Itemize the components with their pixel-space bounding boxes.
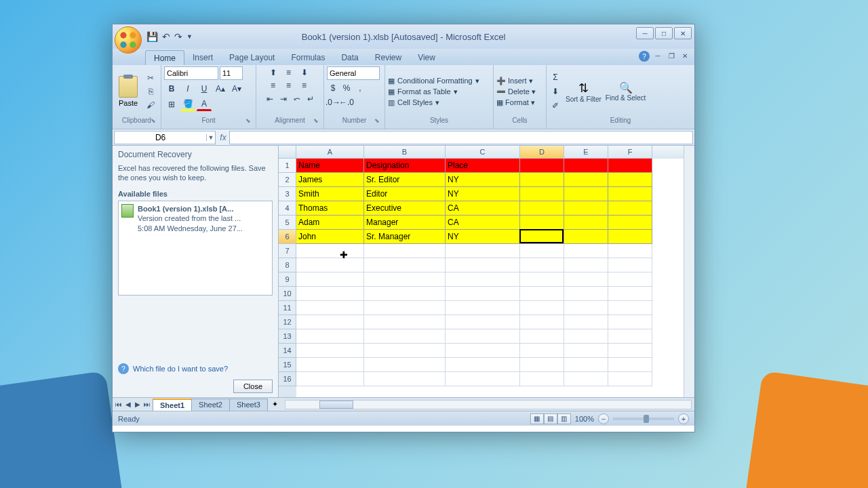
cell[interactable] (608, 358, 652, 372)
autosum-button[interactable]: Σ (549, 71, 561, 83)
tab-page-layout[interactable]: Page Layout (221, 50, 283, 65)
cell[interactable] (296, 244, 364, 258)
cell[interactable] (446, 244, 520, 258)
format-cells-button[interactable]: ▦ Format ▾ (496, 98, 536, 107)
zoom-level[interactable]: 100% (575, 415, 594, 423)
shrink-font-button[interactable]: A▾ (229, 82, 244, 96)
align-top-button[interactable]: ⬆ (267, 66, 279, 79)
row-header[interactable]: 4 (279, 201, 296, 216)
cell[interactable] (608, 216, 652, 230)
column-header[interactable]: C (446, 146, 520, 159)
cell[interactable]: Executive (364, 201, 446, 216)
cell[interactable] (608, 301, 652, 315)
insert-cells-button[interactable]: ➕ Insert ▾ (496, 77, 536, 85)
cell[interactable]: NY (446, 230, 520, 244)
cell[interactable] (564, 315, 608, 329)
orientation-button[interactable]: ⤺ (291, 93, 303, 105)
clear-button[interactable]: ✐ (549, 100, 561, 112)
cell[interactable] (364, 344, 446, 358)
cell[interactable]: Thomas (296, 201, 364, 216)
cell[interactable] (608, 187, 652, 201)
tab-data[interactable]: Data (333, 50, 366, 65)
page-layout-view-button[interactable]: ▤ (544, 413, 557, 424)
cell[interactable] (364, 287, 446, 301)
doc-close-icon[interactable]: ✕ (679, 51, 690, 60)
redo-icon[interactable]: ↷ (174, 31, 182, 42)
cell[interactable] (296, 372, 364, 386)
cell[interactable] (446, 329, 520, 344)
cell[interactable] (520, 201, 564, 216)
cell[interactable]: Smith (296, 187, 364, 201)
cell[interactable] (608, 173, 652, 187)
zoom-slider[interactable] (613, 418, 674, 420)
fill-button[interactable]: ⬇ (549, 85, 561, 98)
increase-indent-button[interactable]: ⇥ (277, 93, 290, 105)
cell[interactable] (446, 258, 520, 272)
minimize-button[interactable]: ─ (636, 27, 654, 39)
cell[interactable] (564, 301, 608, 315)
spreadsheet-area[interactable]: ABCDEF 12345678910111213141516 NameDesig… (279, 146, 694, 397)
cell[interactable]: Name (296, 159, 364, 173)
cell-grid[interactable]: NameDesignationPlaceJamesSr. EditorNYSmi… (296, 159, 684, 397)
fill-color-button[interactable]: 🪣 (180, 98, 195, 111)
qat-dropdown-icon[interactable]: ▼ (186, 33, 193, 40)
cell[interactable] (564, 344, 608, 358)
wrap-text-button[interactable]: ↵ (304, 93, 317, 105)
cell[interactable] (564, 258, 608, 272)
cut-icon[interactable]: ✂ (144, 73, 157, 83)
column-header[interactable]: D (520, 146, 564, 159)
cell[interactable] (564, 187, 608, 201)
cell[interactable] (520, 258, 564, 272)
name-box[interactable]: ▼ (114, 131, 216, 144)
cell[interactable] (564, 244, 608, 258)
cell[interactable] (520, 315, 564, 329)
cell[interactable]: NY (446, 173, 520, 187)
cell-styles-button[interactable]: ▥Cell Styles ▾ (388, 98, 479, 107)
cell[interactable]: Manager (364, 216, 446, 230)
currency-button[interactable]: $ (327, 82, 339, 94)
decrease-indent-button[interactable]: ⇤ (264, 93, 276, 105)
cell[interactable] (364, 358, 446, 372)
column-header[interactable]: A (296, 146, 364, 159)
column-header[interactable]: F (608, 146, 652, 159)
cell[interactable]: Sr. Editor (364, 173, 446, 187)
cell[interactable] (564, 329, 608, 344)
cell[interactable] (520, 272, 564, 287)
recovery-close-button[interactable]: Close (233, 380, 273, 393)
fx-icon[interactable]: fx (217, 133, 229, 142)
cell[interactable] (564, 272, 608, 287)
cell[interactable] (364, 301, 446, 315)
dialog-launcher-icon[interactable]: ⬊ (312, 117, 320, 125)
cell[interactable] (446, 344, 520, 358)
cell[interactable] (608, 201, 652, 216)
cell[interactable] (564, 201, 608, 216)
cell[interactable] (446, 287, 520, 301)
cell[interactable] (446, 315, 520, 329)
normal-view-button[interactable]: ▦ (530, 413, 544, 424)
cell[interactable] (520, 187, 564, 201)
column-header[interactable]: E (564, 146, 608, 159)
delete-cells-button[interactable]: ➖ Delete ▾ (496, 87, 536, 96)
maximize-button[interactable]: □ (655, 27, 673, 39)
next-sheet-button[interactable]: ▶ (133, 401, 142, 408)
increase-decimal-button[interactable]: .0→ (327, 96, 339, 108)
cell[interactable] (564, 372, 608, 386)
dialog-launcher-icon[interactable]: ⬊ (373, 117, 381, 125)
cell[interactable] (608, 315, 652, 329)
number-format-select[interactable] (327, 66, 380, 80)
row-header[interactable]: 14 (279, 344, 296, 358)
cell[interactable] (520, 216, 564, 230)
horizontal-scrollbar[interactable] (285, 400, 692, 409)
percent-button[interactable]: % (340, 82, 353, 94)
cell[interactable] (296, 315, 364, 329)
cell[interactable] (364, 315, 446, 329)
cell[interactable]: John (296, 230, 364, 244)
sheet-tab[interactable]: Sheet3 (229, 399, 268, 411)
row-header[interactable]: 8 (279, 258, 296, 272)
row-header[interactable]: 5 (279, 216, 296, 230)
align-right-button[interactable]: ≡ (298, 79, 311, 92)
recovery-file-item[interactable]: Book1 (version 1).xlsb [A... Version cre… (121, 204, 269, 235)
cell[interactable]: Adam (296, 216, 364, 230)
cell[interactable] (564, 358, 608, 372)
row-header[interactable]: 1 (279, 159, 296, 173)
